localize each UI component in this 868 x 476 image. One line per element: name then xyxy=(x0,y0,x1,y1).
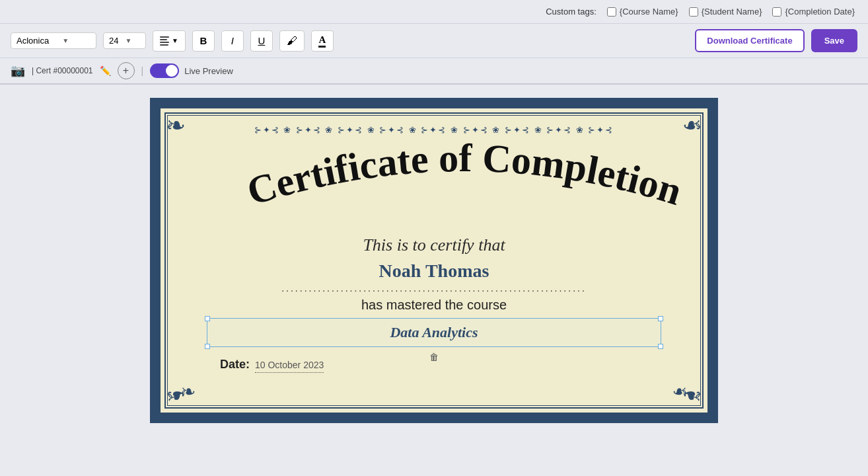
bottom-ornament-left: ❧ xyxy=(180,381,196,403)
course-name-checkbox[interactable] xyxy=(607,7,616,17)
italic-button[interactable]: I xyxy=(221,30,244,52)
size-dropdown-arrow: ▼ xyxy=(125,37,131,44)
edit-button[interactable]: ✏️ xyxy=(100,65,111,76)
bold-icon: B xyxy=(199,35,207,46)
cert-floral-decoration-top: ⊱✦⊰ ❀ ⊱✦⊰ ❀ ⊱✦⊰ ❀ ⊱✦⊰ ❀ ⊱✦⊰ ❀ ⊱✦⊰ ❀ ⊱✦⊰ … xyxy=(180,122,688,135)
cert-date-underline: 10 October 2023 xyxy=(255,359,324,373)
completion-date-tag-item[interactable]: {Completion Date} xyxy=(772,7,855,17)
underline-button[interactable]: U xyxy=(250,30,273,52)
custom-tags-label: Custom tags: xyxy=(546,7,597,17)
underline-icon: U xyxy=(258,35,265,46)
cert-title-svg: Certificate of Completion xyxy=(207,141,707,227)
cert-dotted-line: ........................................… xyxy=(207,283,661,294)
font-color-icon: A xyxy=(318,34,326,48)
cert-subtitle: This is to certify that xyxy=(180,235,688,255)
cert-mastered-text: has mastered the course xyxy=(180,298,688,313)
edit-icon: ✏️ xyxy=(100,65,111,76)
live-preview-toggle[interactable] xyxy=(150,63,179,78)
live-preview-toggle-container: Live Preview xyxy=(150,63,233,78)
align-button[interactable]: ▼ xyxy=(153,30,186,52)
italic-icon: I xyxy=(231,35,234,46)
cert-course-name-text[interactable]: Data Analytics xyxy=(217,324,651,341)
font-color-button[interactable]: A xyxy=(311,30,334,52)
cert-student-name-text: Noah Thomas xyxy=(379,260,489,281)
selection-handle-bl xyxy=(205,344,210,349)
download-certificate-button[interactable]: Download Certificate xyxy=(695,29,804,52)
cert-date-label: Date: xyxy=(220,358,250,372)
secondary-toolbar: 📷 | Cert #00000001 ✏️ + | Live Preview xyxy=(0,58,868,85)
svg-text:Certificate of Completion: Certificate of Completion xyxy=(242,141,687,214)
cert-date-value: 10 October 2023 xyxy=(255,360,324,370)
ink-color-button[interactable]: 🖌 xyxy=(279,30,305,52)
toggle-slider xyxy=(150,63,179,78)
font-name-display: Aclonica xyxy=(17,36,49,46)
course-name-tag-item[interactable]: {Course Name} xyxy=(607,7,678,17)
cert-mastered-label: has mastered the course xyxy=(361,298,507,312)
student-name-tag-label: {Student Name} xyxy=(702,7,762,17)
cert-number: | Cert #00000001 xyxy=(32,66,93,75)
selection-handle-br[interactable] xyxy=(658,344,663,349)
student-name-tag-item[interactable]: {Student Name} xyxy=(689,7,762,17)
font-size-display: 24 xyxy=(109,36,118,46)
selection-handle-tl xyxy=(205,316,210,321)
bottom-ornament-right: ❧ xyxy=(672,381,688,403)
main-toolbar: Aclonica ▼ 24 ▼ ▼ B I U 🖌 A Download Cer… xyxy=(0,24,868,58)
cert-course-box[interactable]: Data Analytics 🗑 xyxy=(207,318,661,347)
font-dropdown-arrow: ▼ xyxy=(62,37,90,44)
selection-handle-tr xyxy=(658,316,663,321)
bold-button[interactable]: B xyxy=(192,30,215,52)
certificate-canvas-area: ❧ ❧ ❧ ❧ ⊱✦⊰ ❀ ⊱✦⊰ ❀ ⊱✦⊰ ❀ ⊱✦⊰ ❀ ⊱✦⊰ ❀ ⊱✦… xyxy=(0,85,868,436)
corner-ornament-tl: ❧ xyxy=(166,114,186,138)
save-button[interactable]: Save xyxy=(811,29,857,52)
cert-title-text: Certificate of Completion xyxy=(242,141,687,214)
certificate-inner[interactable]: ❧ ❧ ❧ ❧ ⊱✦⊰ ❀ ⊱✦⊰ ❀ ⊱✦⊰ ❀ ⊱✦⊰ ❀ ⊱✦⊰ ❀ ⊱✦… xyxy=(161,108,707,413)
font-size-selector[interactable]: 24 ▼ xyxy=(103,32,146,49)
completion-date-tag-label: {Completion Date} xyxy=(785,7,855,17)
separator: | xyxy=(141,65,144,76)
certificate-title-wrapper: Certificate of Completion xyxy=(180,141,688,230)
cert-course-name-value: Data Analytics xyxy=(390,324,478,340)
ink-icon: 🖌 xyxy=(287,35,297,47)
font-selector[interactable]: Aclonica ▼ xyxy=(11,32,96,49)
certificate-outer-frame: ❧ ❧ ❧ ❧ ⊱✦⊰ ❀ ⊱✦⊰ ❀ ⊱✦⊰ ❀ ⊱✦⊰ ❀ ⊱✦⊰ ❀ ⊱✦… xyxy=(150,98,718,423)
student-name-checkbox[interactable] xyxy=(689,7,698,17)
cert-dotted-separator: ........................................… xyxy=(281,283,587,294)
add-button[interactable]: + xyxy=(118,62,135,79)
cert-delete-icon[interactable]: 🗑 xyxy=(429,352,439,362)
plus-icon: + xyxy=(123,65,129,77)
camera-icon: 📷 xyxy=(11,64,25,77)
course-name-tag-label: {Course Name} xyxy=(620,7,678,17)
completion-date-checkbox[interactable] xyxy=(772,7,781,17)
align-icon xyxy=(160,36,169,46)
camera-button[interactable]: 📷 xyxy=(11,63,25,78)
align-dropdown-arrow: ▼ xyxy=(172,37,178,44)
toolbar-actions: Download Certificate Save xyxy=(695,29,857,52)
custom-tags-bar: Custom tags: {Course Name} {Student Name… xyxy=(0,0,868,24)
live-preview-label: Live Preview xyxy=(184,66,233,76)
floral-decoration-text: ⊱✦⊰ ❀ ⊱✦⊰ ❀ ⊱✦⊰ ❀ ⊱✦⊰ ❀ ⊱✦⊰ ❀ ⊱✦⊰ ❀ ⊱✦⊰ … xyxy=(254,125,614,135)
corner-ornament-tr: ❧ xyxy=(682,114,702,138)
cert-subtitle-text: This is to certify that xyxy=(363,235,505,255)
cert-student-name[interactable]: Noah Thomas xyxy=(180,260,688,282)
cert-bottom-ornament: ❧ ❧ xyxy=(180,381,688,403)
